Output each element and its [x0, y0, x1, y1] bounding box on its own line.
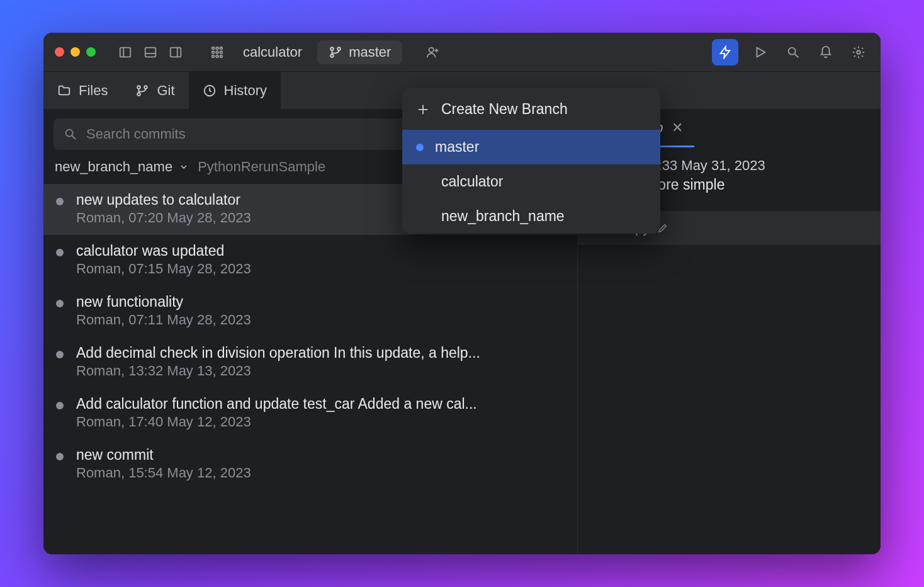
svg-rect-2	[145, 47, 156, 57]
commit-node-icon	[56, 300, 64, 307]
close-window-button[interactable]	[55, 47, 64, 57]
commit-node-icon	[56, 249, 64, 256]
svg-point-22	[789, 47, 796, 54]
branch-selector[interactable]: master	[317, 40, 402, 64]
current-branch-indicator-icon	[416, 144, 424, 151]
settings-icon[interactable]	[848, 42, 869, 63]
commit-node-icon	[56, 453, 64, 460]
branch-label: master	[349, 44, 391, 60]
project-name[interactable]: calculator	[233, 44, 312, 60]
window-controls	[55, 47, 96, 57]
minimize-window-button[interactable]	[70, 47, 80, 57]
branch-item-calculator[interactable]: calculator	[402, 164, 660, 199]
commit-row[interactable]: Add decimal check in division operation …	[43, 337, 577, 388]
svg-point-29	[66, 130, 73, 137]
svg-point-6	[212, 47, 215, 49]
commit-node-icon	[56, 351, 64, 358]
branch-item-master[interactable]: master	[402, 130, 660, 164]
svg-marker-21	[757, 47, 765, 57]
app-window: calculator master	[43, 33, 881, 554]
svg-point-24	[857, 50, 860, 54]
commit-meta: Roman, 17:40 May 12, 2023	[76, 414, 566, 430]
create-branch-item[interactable]: ＋ Create New Branch	[402, 88, 660, 130]
search-icon[interactable]	[782, 42, 804, 63]
branch-item-new-branch-name[interactable]: new_branch_name	[402, 199, 660, 234]
close-tab-icon[interactable]: ✕	[672, 120, 683, 136]
svg-point-7	[216, 47, 218, 49]
commit-message: new commit	[76, 447, 566, 464]
panel-right-icon[interactable]	[165, 42, 186, 63]
plus-icon: ＋	[416, 97, 430, 121]
notifications-icon[interactable]	[815, 42, 837, 63]
svg-point-13	[216, 55, 218, 57]
svg-line-23	[795, 54, 799, 57]
svg-point-10	[216, 51, 218, 54]
apps-grid-icon[interactable]	[206, 42, 228, 63]
svg-line-30	[72, 136, 76, 140]
tab-git[interactable]: Git	[121, 72, 188, 109]
commit-message: calculator was updated	[76, 242, 566, 259]
folder-icon	[57, 84, 71, 98]
svg-point-18	[429, 47, 434, 52]
commit-message: Add calculator function and update test_…	[76, 396, 566, 413]
commit-row[interactable]: calculator was updated Roman, 07:15 May …	[43, 235, 577, 286]
commit-row[interactable]: Add calculator function and update test_…	[43, 388, 577, 439]
commit-list: new updates to calculator Roman, 07:20 M…	[43, 184, 577, 554]
commit-meta: Roman, 07:11 May 28, 2023	[76, 312, 566, 328]
svg-point-27	[145, 86, 148, 89]
ai-assistant-button[interactable]	[712, 39, 738, 66]
commit-row[interactable]: new commit Roman, 15:54 May 12, 2023	[43, 439, 577, 490]
add-collaborator-icon[interactable]	[422, 42, 444, 63]
branch-icon	[329, 45, 342, 59]
svg-point-26	[138, 93, 141, 96]
tab-files[interactable]: Files	[43, 72, 121, 109]
tab-history[interactable]: History	[189, 72, 281, 109]
svg-rect-0	[120, 47, 131, 57]
clock-icon	[203, 84, 217, 98]
panel-left-icon[interactable]	[115, 42, 136, 63]
svg-point-9	[212, 51, 215, 54]
svg-point-12	[212, 55, 215, 57]
search-icon	[64, 127, 77, 141]
layout-icon-group	[115, 42, 186, 63]
commit-node-icon	[56, 402, 64, 409]
svg-rect-4	[171, 47, 181, 57]
commit-meta: Roman, 07:15 May 28, 2023	[76, 261, 566, 277]
branch-filter[interactable]: new_branch_name	[55, 159, 189, 175]
svg-point-14	[220, 55, 223, 57]
svg-point-8	[220, 47, 223, 49]
panel-bottom-icon[interactable]	[140, 42, 161, 63]
commit-message: Add decimal check in division operation …	[76, 345, 566, 362]
remote-filter[interactable]: PythonRerunSample	[198, 159, 325, 175]
commit-meta: Roman, 15:54 May 12, 2023	[76, 465, 566, 481]
chevron-down-icon	[179, 162, 189, 172]
titlebar: calculator master	[43, 33, 881, 72]
branch-dropdown: ＋ Create New Branch master calculator ne…	[402, 88, 660, 234]
branch-icon	[135, 84, 149, 98]
commit-node-icon	[56, 198, 64, 205]
commit-message: new functionality	[76, 294, 566, 311]
maximize-window-button[interactable]	[86, 47, 96, 57]
svg-point-11	[220, 51, 223, 54]
titlebar-right	[712, 39, 869, 66]
svg-point-25	[138, 86, 141, 89]
commit-row[interactable]: new functionality Roman, 07:11 May 28, 2…	[43, 286, 577, 337]
commit-meta: Roman, 13:32 May 13, 2023	[76, 363, 566, 379]
run-icon[interactable]	[750, 42, 771, 63]
